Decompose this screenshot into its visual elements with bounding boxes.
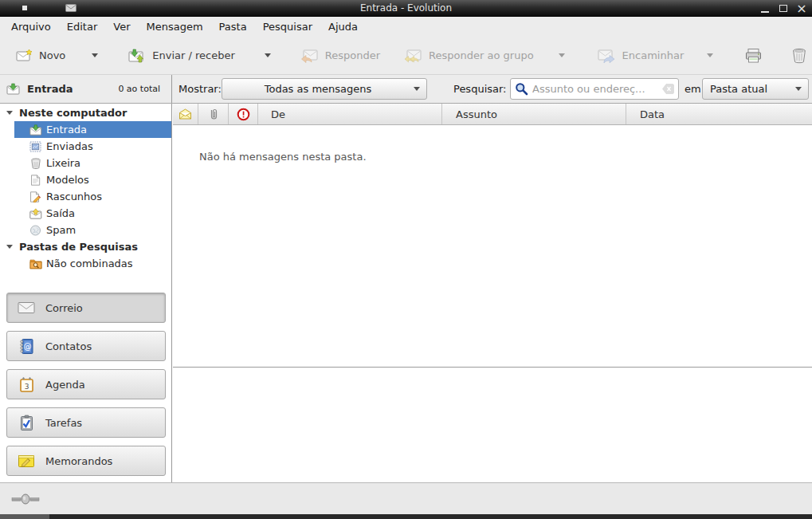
folder-rascunhos[interactable]: Rascunhos <box>0 188 171 205</box>
folder-lixeira[interactable]: Lixeira <box>0 155 171 171</box>
show-filter-combo[interactable]: Todas as mensagens <box>222 78 427 100</box>
resize-grip[interactable] <box>0 514 49 519</box>
forward-label: Encaminhar <box>622 49 685 61</box>
send-receive-button[interactable]: Enviar / receber <box>121 44 241 68</box>
folder-label: Enviadas <box>46 140 93 152</box>
folder-spam[interactable]: Spam <box>0 222 171 238</box>
column-de[interactable]: De <box>258 104 442 124</box>
forward-dropdown[interactable] <box>700 49 720 62</box>
svg-text:3: 3 <box>24 382 29 390</box>
column-attachment[interactable] <box>198 104 229 124</box>
switcher-tarefas[interactable]: Tarefas <box>6 407 166 438</box>
tree-group-computer[interactable]: Neste computador <box>0 104 171 121</box>
printer-icon <box>744 48 763 64</box>
window-title: Entrada - Evolution <box>0 2 812 14</box>
folder-tree: Neste computador Entrada Enviadas <box>0 104 171 272</box>
chevron-down-icon <box>795 87 802 91</box>
menu-pasta[interactable]: Pasta <box>211 18 255 35</box>
new-message-button[interactable]: Novo <box>10 44 72 67</box>
folder-label: Rascunhos <box>46 191 102 202</box>
send-receive-icon <box>127 49 147 63</box>
switcher-contatos[interactable]: @ Contatos <box>6 331 166 361</box>
delete-button[interactable] <box>784 43 812 69</box>
address-book-icon: @ <box>17 338 36 355</box>
new-message-icon <box>16 49 33 62</box>
titlebar: Entrada - Evolution × <box>0 0 812 17</box>
reply-group-dropdown[interactable] <box>551 49 572 62</box>
spam-icon <box>29 225 42 236</box>
expander-icon <box>6 245 13 249</box>
tasks-icon <box>17 415 36 431</box>
sent-icon <box>29 141 42 152</box>
maximize-button[interactable] <box>778 3 789 14</box>
component-switcher: Correio @ Contatos 3 Agenda <box>6 293 166 484</box>
mail-icon <box>17 301 36 314</box>
folder-label: Saída <box>46 207 75 219</box>
switcher-memorandos[interactable]: Memorandos <box>6 446 166 476</box>
close-button[interactable]: × <box>796 3 807 14</box>
online-status-button[interactable] <box>11 493 40 505</box>
folder-saida[interactable]: Saída <box>0 205 171 222</box>
main-body: Neste computador Entrada Enviadas <box>0 104 812 482</box>
search-icon[interactable] <box>515 82 528 96</box>
reply-label: Responder <box>325 49 380 61</box>
menu-ajuda[interactable]: Ajuda <box>320 18 366 35</box>
new-message-label: Novo <box>39 49 65 61</box>
chevron-down-icon <box>265 53 271 57</box>
paperclip-icon <box>207 108 220 121</box>
minimize-icon <box>761 11 769 13</box>
folder-enviadas[interactable]: Enviadas <box>0 138 171 155</box>
column-priority[interactable] <box>229 104 258 124</box>
search-scope-value: Pasta atual <box>703 83 795 95</box>
forward-button[interactable]: Encaminhar <box>591 44 691 68</box>
search-box <box>510 78 679 100</box>
svg-text:@: @ <box>23 342 31 351</box>
menu-arquivo[interactable]: Arquivo <box>3 18 59 35</box>
folder-label: Lixeira <box>46 157 80 169</box>
switcher-agenda[interactable]: 3 Agenda <box>6 369 166 399</box>
send-receive-dropdown[interactable] <box>257 49 278 62</box>
column-data[interactable]: Data <box>626 104 812 124</box>
status-bar <box>0 482 812 514</box>
reply-button[interactable]: Responder <box>294 44 386 68</box>
chevron-down-icon <box>707 53 713 57</box>
reply-group-label: Responder ao grupo <box>429 49 534 61</box>
switcher-label: Tarefas <box>45 417 82 429</box>
evolution-window: Entrada - Evolution × Arquivo Editar Ver… <box>0 0 812 519</box>
message-list-pane: De Assunto Data Não há mensagens nesta p… <box>173 104 812 482</box>
column-status[interactable] <box>173 104 198 124</box>
folder-label: Não combinadas <box>46 258 133 269</box>
switcher-correio[interactable]: Correio <box>6 293 166 323</box>
column-assunto[interactable]: Assunto <box>442 104 626 124</box>
print-button[interactable] <box>738 43 770 69</box>
tree-group-search-folders[interactable]: Pastas de Pesquisas <box>0 238 171 255</box>
inbox-icon <box>29 124 42 136</box>
forward-icon <box>598 49 617 63</box>
outbox-icon <box>29 208 42 219</box>
menu-pesquisar[interactable]: Pesquisar <box>255 18 320 35</box>
menu-mensagem[interactable]: Mensagem <box>139 18 211 35</box>
document-icon <box>29 175 42 186</box>
calendar-icon: 3 <box>17 376 36 393</box>
menu-ver[interactable]: Ver <box>105 18 138 35</box>
search-input[interactable] <box>532 83 662 95</box>
preview-pane-splitter[interactable] <box>173 367 812 368</box>
search-folder-icon <box>29 258 42 269</box>
search-scope-combo[interactable]: Pasta atual <box>702 78 809 100</box>
new-message-dropdown[interactable] <box>84 49 105 62</box>
show-filter-value: Todas as mensagens <box>222 83 414 95</box>
trash-icon <box>790 48 808 64</box>
switcher-label: Contatos <box>45 340 92 352</box>
folder-entrada[interactable]: Entrada <box>14 121 171 138</box>
folder-label: Spam <box>46 224 76 236</box>
reply-group-button[interactable]: Responder ao grupo <box>398 44 540 68</box>
clear-search-icon[interactable] <box>662 84 674 94</box>
folder-nao-combinadas[interactable]: Não combinadas <box>0 255 171 272</box>
folder-label: Modelos <box>46 174 89 186</box>
folder-message-count: 0 ao total <box>118 84 160 94</box>
toolbar: Novo Enviar / receber Responder Responde… <box>0 37 812 75</box>
menu-editar[interactable]: Editar <box>59 18 106 35</box>
menubar: Arquivo Editar Ver Mensagem Pasta Pesqui… <box>0 17 812 37</box>
folder-modelos[interactable]: Modelos <box>0 171 171 188</box>
minimize-button[interactable] <box>759 3 771 14</box>
